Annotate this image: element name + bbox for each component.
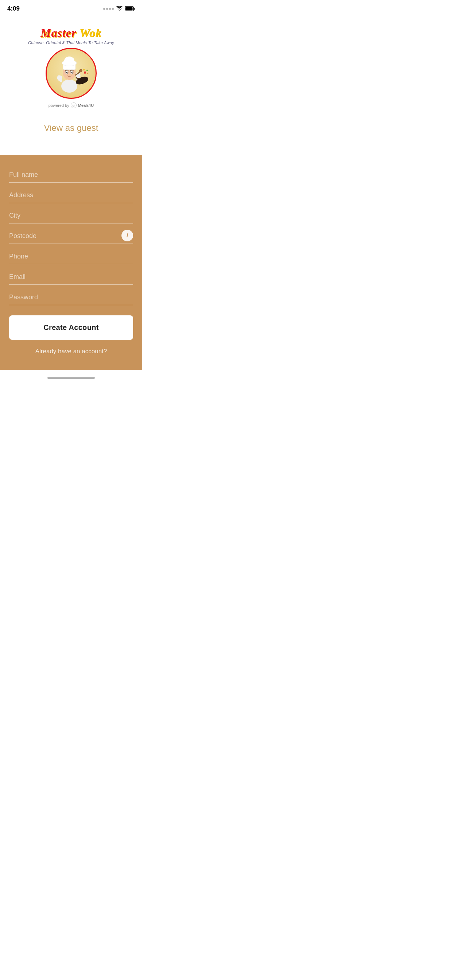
fullname-field: [9, 166, 133, 183]
svg-point-7: [64, 57, 74, 65]
svg-point-11: [72, 72, 73, 74]
email-input[interactable]: [9, 268, 133, 285]
fullname-input[interactable]: [9, 166, 133, 183]
svg-point-10: [66, 72, 68, 74]
home-indicator: [48, 377, 95, 379]
city-field: [9, 207, 133, 223]
create-account-label: Create Account: [43, 323, 99, 331]
meals4u-brand: Meals4U: [78, 103, 94, 108]
info-button[interactable]: i: [121, 230, 133, 241]
status-icons: [103, 6, 135, 11]
logo-subtitle: Chinese, Oriental & Thai Meals To Take A…: [28, 40, 114, 45]
svg-rect-1: [134, 8, 135, 10]
powered-by: powered by M Meals4U: [48, 102, 94, 108]
logo-text-part1: Master: [40, 26, 76, 40]
logo-image: [46, 48, 97, 99]
postcode-input[interactable]: [9, 227, 133, 244]
status-time: 4:09: [7, 5, 20, 13]
address-input[interactable]: [9, 186, 133, 203]
svg-point-3: [61, 80, 77, 92]
phone-field: [9, 248, 133, 264]
password-field: [9, 288, 133, 305]
postcode-field: i: [9, 227, 133, 244]
view-guest-label: View as guest: [44, 123, 99, 133]
wifi-icon: [116, 6, 123, 11]
logo-text: Master Wok: [40, 26, 102, 40]
already-have-account-link[interactable]: Already have an account?: [9, 348, 133, 355]
svg-rect-2: [126, 7, 133, 11]
powered-by-label: powered by: [48, 103, 69, 108]
logo-text-part2: Wok: [80, 26, 102, 40]
svg-point-13: [72, 72, 73, 73]
status-bar: 4:09: [0, 0, 142, 15]
meals4u-logo-icon: M: [71, 102, 77, 108]
svg-point-17: [83, 69, 85, 71]
chef-circle: [46, 48, 97, 99]
svg-point-16: [86, 70, 88, 71]
create-account-button[interactable]: Create Account: [9, 315, 133, 340]
city-input[interactable]: [9, 207, 133, 223]
view-as-guest-button[interactable]: View as guest: [44, 123, 99, 133]
phone-input[interactable]: [9, 248, 133, 264]
email-field: [9, 268, 133, 285]
battery-icon: [125, 6, 135, 11]
form-section: i Create Account Already have an account…: [0, 155, 142, 370]
svg-point-12: [67, 72, 68, 73]
white-section: Master Wok Chinese, Oriental & Thai Meal…: [0, 15, 142, 155]
chef-illustration: [49, 51, 93, 95]
password-input[interactable]: [9, 288, 133, 305]
svg-point-15: [84, 72, 86, 74]
signal-dots-icon: [103, 8, 114, 10]
logo-area: Master Wok Chinese, Oriental & Thai Meal…: [28, 26, 114, 108]
address-field: [9, 186, 133, 203]
already-account-text: Already have an account?: [35, 348, 107, 355]
